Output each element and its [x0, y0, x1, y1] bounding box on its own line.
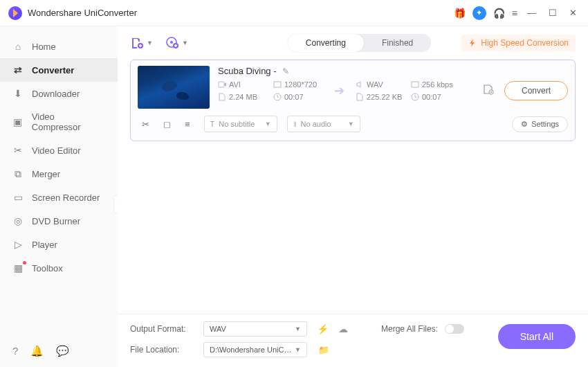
tab-converting[interactable]: Converting [288, 34, 364, 52]
file-location-label: File Location: [130, 345, 196, 355]
sidebar-item-dvd[interactable]: ◎DVD Burner [0, 209, 118, 233]
toolbar: ▼ ▼ Converting Finished High Speed Conve… [118, 26, 588, 60]
gift-icon[interactable]: 🎁 [454, 8, 466, 19]
dvd-icon: ◎ [12, 215, 24, 226]
start-all-button[interactable]: Start All [498, 324, 576, 349]
menu-icon[interactable]: ≡ [512, 8, 517, 19]
trim-icon[interactable]: ✂ [142, 119, 149, 129]
sidebar-item-downloader[interactable]: ⬇Downloader [0, 82, 118, 105]
high-speed-label: High Speed Conversion [481, 38, 569, 48]
file-icon [356, 93, 364, 101]
compress-icon: ▣ [12, 116, 24, 127]
maximize-button[interactable]: ☐ [546, 6, 560, 19]
cloud-icon[interactable]: ☁ [338, 323, 348, 334]
output-settings-icon[interactable] [482, 83, 495, 98]
src-resolution: 1280*720 [284, 80, 317, 89]
sidebar-item-label: Toolbox [32, 263, 63, 274]
add-disc-button[interactable]: ▼ [165, 36, 188, 50]
audio-icon [356, 80, 364, 89]
main-panel: ▼ ▼ Converting Finished High Speed Conve… [118, 26, 588, 367]
sidebar-item-label: Video Compressor [32, 111, 105, 132]
sidebar-item-merger[interactable]: ⧉Merger [0, 162, 118, 186]
file-location-value: D:\Wondershare UniConverter 1 [210, 346, 293, 354]
file-card: Scuba Diving - ✎ AVI 2.24 MB 1280*720 00… [130, 60, 576, 141]
chevron-down-icon: ▼ [265, 120, 271, 127]
dst-bitrate: 256 kbps [422, 80, 453, 89]
svg-rect-7 [412, 82, 419, 87]
svg-rect-4 [219, 82, 224, 87]
sidebar-item-label: Converter [32, 65, 74, 75]
converter-icon: ⇄ [12, 64, 24, 75]
support-icon[interactable]: 🎧 [493, 8, 505, 19]
bitrate-icon [411, 80, 419, 89]
sidebar-item-editor[interactable]: ✂Video Editor [0, 138, 118, 162]
audio-bars-icon: ⦀ [293, 120, 297, 129]
gear-icon: ⚙ [521, 120, 528, 129]
convert-button[interactable]: Convert [504, 81, 568, 100]
dst-size: 225.22 KB [367, 93, 402, 101]
file-location-select[interactable]: D:\Wondershare UniConverter 1▼ [203, 342, 307, 357]
user-avatar[interactable]: ✦ [472, 6, 486, 20]
file-icon [218, 93, 226, 101]
sidebar-item-label: Player [32, 240, 57, 250]
sidebar-item-label: Home [32, 42, 56, 52]
output-format-select[interactable]: WAV▼ [203, 321, 307, 337]
chevron-down-icon: ▼ [348, 120, 354, 127]
scissors-icon: ✂ [12, 145, 24, 156]
dst-format: WAV [367, 80, 383, 89]
subtitle-icon: T [210, 120, 215, 128]
arrow-right-icon: ➔ [329, 83, 350, 98]
sidebar: ⌂Home ⇄Converter ⬇Downloader ▣Video Comp… [0, 26, 118, 367]
tab-finished[interactable]: Finished [364, 34, 431, 52]
sidebar-item-player[interactable]: ▷Player [0, 233, 118, 256]
app-logo [8, 6, 22, 20]
chevron-down-icon: ▼ [182, 39, 188, 46]
sidebar-item-home[interactable]: ⌂Home [0, 35, 118, 58]
minimize-button[interactable]: — [524, 6, 539, 19]
close-button[interactable]: ✕ [567, 6, 580, 19]
merger-icon: ⧉ [12, 168, 24, 179]
sidebar-item-toolbox[interactable]: ▦Toolbox [0, 256, 118, 280]
sidebar-item-label: Screen Recorder [32, 193, 100, 203]
chevron-down-icon: ▼ [295, 325, 301, 332]
merge-toggle[interactable] [445, 324, 464, 334]
footer: Output Format: WAV▼ ⚡ ☁ Merge All Files:… [118, 314, 588, 367]
download-icon: ⬇ [12, 88, 24, 99]
more-icon[interactable]: ≡ [185, 119, 190, 129]
video-thumbnail[interactable] [138, 66, 210, 109]
feedback-icon[interactable]: 💬 [56, 345, 69, 357]
svg-rect-5 [274, 82, 281, 87]
recorder-icon: ▭ [12, 192, 24, 203]
open-folder-icon[interactable]: 📁 [318, 345, 329, 355]
svg-point-2 [170, 41, 173, 44]
dst-duration: 00:07 [422, 93, 441, 101]
audio-select[interactable]: ⦀No audio▼ [287, 116, 360, 132]
src-format: AVI [229, 80, 241, 89]
crop-icon[interactable]: ◻ [163, 119, 171, 129]
help-icon[interactable]: ? [12, 345, 18, 357]
sidebar-item-label: Video Editor [32, 145, 81, 156]
audio-value: No audio [301, 120, 331, 128]
toolbox-icon: ▦ [12, 262, 24, 274]
sidebar-item-compressor[interactable]: ▣Video Compressor [0, 105, 118, 138]
add-file-button[interactable]: ▼ [130, 36, 153, 50]
settings-label: Settings [531, 120, 559, 128]
chevron-down-icon: ▼ [295, 346, 301, 353]
edit-title-icon[interactable]: ✎ [282, 66, 289, 76]
status-tabs: Converting Finished [288, 34, 431, 52]
file-title: Scuba Diving - [218, 66, 277, 76]
file-settings-button[interactable]: ⚙Settings [512, 116, 568, 132]
app-title: Wondershare UniConverter [28, 8, 137, 18]
merge-label: Merge All Files: [381, 324, 438, 334]
sidebar-item-converter[interactable]: ⇄Converter [0, 58, 118, 82]
sidebar-item-recorder[interactable]: ▭Screen Recorder [0, 186, 118, 209]
svg-point-10 [490, 91, 492, 93]
titlebar: Wondershare UniConverter 🎁 ✦ 🎧 ≡ — ☐ ✕ [0, 0, 588, 26]
subtitle-select[interactable]: TNo subtitle▼ [204, 116, 277, 132]
high-speed-button[interactable]: High Speed Conversion [461, 35, 576, 51]
sidebar-item-label: DVD Burner [32, 216, 80, 226]
hardware-accel-icon[interactable]: ⚡ [317, 323, 329, 334]
src-duration: 00:07 [284, 93, 304, 101]
clock-icon [273, 93, 282, 101]
notifications-icon[interactable]: 🔔 [30, 345, 44, 357]
